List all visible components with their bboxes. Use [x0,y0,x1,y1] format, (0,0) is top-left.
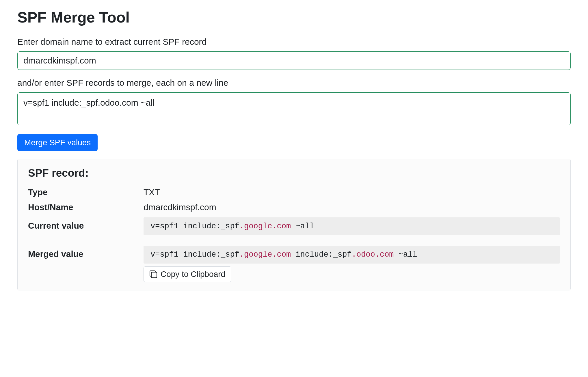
results-heading: SPF record: [28,167,560,179]
domain-input-label: Enter domain name to extract current SPF… [17,37,571,47]
type-label: Type [28,187,144,197]
merge-button[interactable]: Merge SPF values [17,134,98,151]
current-value-code: v=spf1 include:_spf.google.com ~all [144,217,560,235]
current-value-label: Current value [28,217,144,231]
host-label: Host/Name [28,202,144,212]
copy-button-label: Copy to Clipboard [161,270,225,279]
copy-icon [150,270,157,278]
host-row: Host/Name dmarcdkimspf.com [28,202,560,212]
results-card: SPF record: Type TXT Host/Name dmarcdkim… [17,159,571,290]
type-value: TXT [144,187,560,197]
merged-value-label: Merged value [28,246,144,259]
records-textarea[interactable]: v=spf1 include:_spf.odoo.com ~all [17,92,571,125]
page-title: SPF Merge Tool [17,9,571,26]
type-row: Type TXT [28,187,560,197]
records-textarea-label: and/or enter SPF records to merge, each … [17,78,571,88]
host-value: dmarcdkimspf.com [144,202,560,212]
merged-value-code: v=spf1 include:_spf.google.com include:_… [144,246,560,264]
copy-button[interactable]: Copy to Clipboard [144,266,231,282]
merged-value-row: Merged value v=spf1 include:_spf.google.… [28,246,560,282]
current-value-row: Current value v=spf1 include:_spf.google… [28,217,560,238]
domain-input[interactable] [17,51,571,70]
